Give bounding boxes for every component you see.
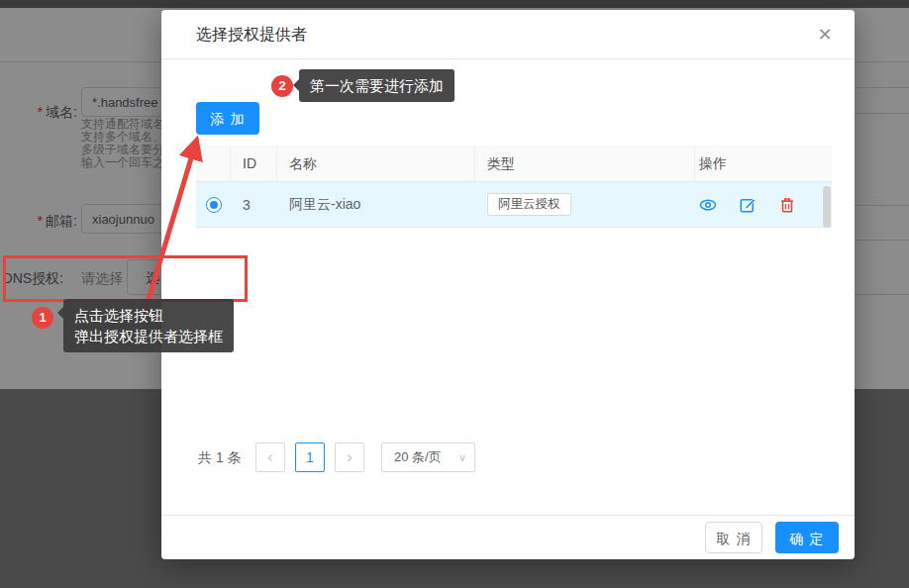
pagination-next-icon[interactable]: › [335,442,364,472]
step-1-tooltip: 点击选择按钮 弹出授权提供者选择框 [63,299,234,352]
pagination-prev-icon[interactable]: ‹ [255,442,285,472]
radio-selected[interactable] [206,197,222,213]
type-column-header: 类型 [475,146,695,181]
step-2-tooltip-text: 第一次需要进行添加 [310,75,444,96]
dialog-header: 选择授权提供者 ✕ [161,10,855,59]
step-1-tooltip-line1: 点击选择按钮 [74,305,223,326]
dialog-title: 选择授权提供者 [196,10,307,59]
annotation-highlight-box [3,255,248,302]
step-1-tooltip-line2: 弹出授权提供者选择框 [74,326,223,346]
select-column-header [196,146,231,181]
dialog-footer: 取 消 确 定 [161,515,855,559]
pagination-page-1[interactable]: 1 [295,442,325,472]
confirm-button[interactable]: 确 定 [775,522,839,553]
edit-icon[interactable] [739,196,757,214]
page-size-select[interactable]: 20 条/页 ∨ [381,442,475,472]
row-select-cell [196,197,231,213]
row-id-cell: 3 [231,197,277,213]
pagination: 共 1 条 ‹ 1 › 20 条/页 ∨ [161,442,855,472]
table-scrollbar[interactable] [823,186,831,228]
pagination-total: 共 1 条 [198,442,242,472]
step-2-badge: 2 [271,75,293,97]
chevron-down-icon: ∨ [458,443,466,471]
add-button[interactable]: 添 加 [196,102,259,135]
step-2-tooltip: 第一次需要进行添加 [299,69,454,102]
table-row[interactable]: 3 阿里云-xiao 阿里云授权 [196,182,832,228]
step-1-badge: 1 [32,307,53,329]
tooltip-notch [57,307,63,319]
row-name-cell: 阿里云-xiao [277,196,475,214]
view-eye-icon[interactable] [699,196,717,214]
name-column-header: 名称 [277,146,475,181]
type-tag: 阿里云授权 [487,193,571,216]
row-actions-cell [695,196,832,214]
cancel-button[interactable]: 取 消 [705,522,762,553]
actions-column-header: 操作 [695,146,832,181]
radio-dot [210,201,218,209]
page-size-value: 20 条/页 [394,449,442,464]
select-provider-dialog: 选择授权提供者 ✕ 添 加 ID 名称 类型 操作 3 阿里云-xiao 阿里云… [161,10,855,559]
provider-table: ID 名称 类型 操作 3 阿里云-xiao 阿里云授权 [196,146,832,228]
table-header-row: ID 名称 类型 操作 [196,146,832,182]
close-icon[interactable]: ✕ [813,23,837,47]
tooltip-notch [293,79,299,91]
id-column-header: ID [231,146,277,181]
delete-trash-icon[interactable] [778,196,796,214]
row-type-cell: 阿里云授权 [475,193,695,216]
